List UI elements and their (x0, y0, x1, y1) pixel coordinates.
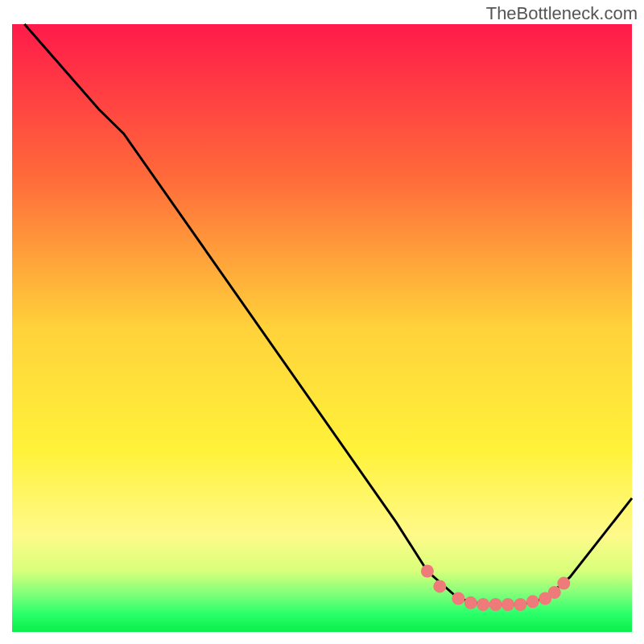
curve-marker (502, 598, 514, 611)
curve-marker (548, 586, 561, 599)
curve-marker (477, 598, 489, 611)
curve-marker (526, 595, 539, 608)
curve-marker (514, 598, 526, 611)
curve-marker (421, 565, 434, 578)
curve-marker (489, 598, 502, 611)
watermark-text: TheBottleneck.com (486, 3, 638, 24)
curve-marker (452, 592, 464, 605)
curve-marker (433, 580, 446, 592)
curve-marker (557, 577, 570, 590)
curve-marker (464, 597, 477, 609)
bottleneck-chart (0, 0, 644, 644)
chart-container: TheBottleneck.com (0, 0, 644, 644)
